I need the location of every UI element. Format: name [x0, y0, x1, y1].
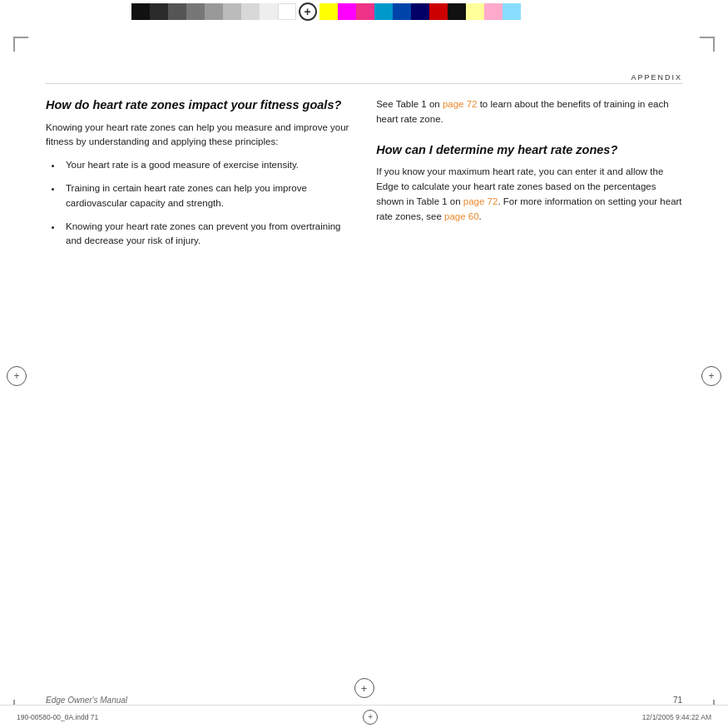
- swatch-light2: [260, 3, 278, 20]
- left-intro: Knowing your heart rate zones can help y…: [46, 121, 351, 151]
- page60-link[interactable]: page 60: [444, 211, 479, 221]
- print-bar: 190-00580-00_0A.indd 71 + 12/1/2005 9:44…: [0, 705, 728, 728]
- color-bar-inner: [131, 3, 597, 20]
- page72-link-1[interactable]: page 72: [443, 99, 478, 109]
- right-body-end: .: [479, 211, 482, 221]
- bullet-item-2: Training in certain heart rate zones can…: [62, 181, 351, 211]
- swatch-gray1: [186, 3, 205, 20]
- page: Appendix How do heart rate zones impact …: [0, 23, 728, 728]
- swatch-pink-light: [484, 3, 503, 20]
- print-date-time: 12/1/2005 9:44:22 AM: [642, 713, 711, 721]
- right-column: See Table 1 on page 72 to learn about th…: [376, 97, 682, 257]
- bullet-item-3: Knowing your heart rate zones can preven…: [62, 220, 351, 250]
- gray-swatches: [131, 3, 296, 20]
- appendix-label: Appendix: [46, 73, 682, 82]
- right-heading: How can I determine my heart rate zones?: [376, 142, 682, 159]
- reg-mark-tl: [13, 37, 28, 52]
- right-crosshair-icon: [701, 366, 721, 386]
- swatch-dark2: [168, 3, 186, 20]
- left-crosshair-icon: [7, 366, 27, 386]
- page72-link-2[interactable]: page 72: [463, 196, 498, 206]
- swatch-gray3: [223, 3, 241, 20]
- swatch-cyan: [374, 3, 393, 20]
- footer-manual: Edge Owner's Manual: [46, 696, 127, 705]
- two-col-layout: How do heart rate zones impact your fitn…: [46, 97, 682, 257]
- swatch-black: [131, 3, 150, 20]
- swatch-blue1: [393, 3, 411, 20]
- color-swatches: [319, 3, 521, 20]
- swatch-gray2: [205, 3, 223, 20]
- right-body: If you know your maximum heart rate, you…: [376, 165, 682, 224]
- color-bar: [0, 0, 728, 23]
- swatch-blue2: [411, 3, 429, 20]
- swatch-black2: [448, 3, 466, 20]
- swatch-light1: [241, 3, 260, 20]
- footer-page-num: 71: [673, 696, 682, 705]
- bullet-item-1: Your heart rate is a good measure of exe…: [62, 158, 351, 173]
- bullet-list: Your heart rate is a good measure of exe…: [62, 158, 351, 249]
- swatch-red: [429, 3, 448, 20]
- print-file-info: 190-00580-00_0A.indd 71: [17, 713, 98, 721]
- print-crosshair-icon: +: [363, 710, 378, 725]
- swatch-white: [278, 3, 296, 20]
- swatch-yellow: [319, 3, 338, 20]
- swatch-dark1: [150, 3, 168, 20]
- content-area: Appendix How do heart rate zones impact …: [46, 73, 682, 661]
- swatch-magenta: [338, 3, 356, 20]
- left-heading: How do heart rate zones impact your fitn…: [46, 97, 351, 114]
- separator-line: [46, 83, 682, 84]
- swatch-pink: [356, 3, 374, 20]
- footer: Edge Owner's Manual 71: [46, 696, 682, 705]
- left-column: How do heart rate zones impact your fitn…: [46, 97, 351, 257]
- reg-mark-tr: [700, 37, 715, 52]
- see-table-text: See Table 1 on: [376, 99, 443, 109]
- center-crosshair-icon: [299, 2, 317, 21]
- swatch-cyan-light: [503, 3, 521, 20]
- swatch-yellow-light: [466, 3, 484, 20]
- right-see-table: See Table 1 on page 72 to learn about th…: [376, 97, 682, 127]
